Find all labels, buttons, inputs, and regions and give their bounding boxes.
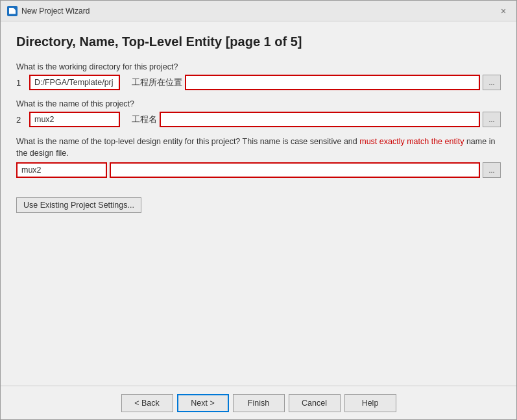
entity-input[interactable] [16, 162, 107, 178]
project-name-input[interactable] [29, 112, 120, 127]
directory-annotation-group: 工程所在位置 [126, 77, 182, 88]
directory-label: What is the working directory for this p… [16, 62, 501, 71]
name-annotation: 工程名 [132, 114, 157, 125]
title-bar: New Project Wizard × [1, 1, 516, 21]
app-icon-inner [9, 8, 16, 14]
use-existing-settings-button[interactable]: Use Existing Project Settings... [16, 197, 141, 213]
finish-button[interactable]: Finish [233, 394, 285, 412]
name-label: What is the name of this project? [16, 99, 501, 108]
name-full-input[interactable] [160, 112, 480, 127]
step-2-number: 2 [16, 115, 24, 125]
directory-input-row: 1 工程所在位置 ... [16, 75, 501, 90]
directory-section: What is the working directory for this p… [16, 62, 501, 90]
directory-input[interactable] [29, 75, 120, 90]
entity-desc-prefix: What is the name of the top-level design… [16, 137, 357, 146]
next-button[interactable]: Next > [177, 394, 229, 412]
step-1-number: 1 [16, 78, 24, 88]
name-input-row: 2 工程名 ... [16, 112, 501, 127]
back-button[interactable]: < Back [121, 394, 173, 412]
entity-desc-red: must exactly match the entity [359, 137, 464, 146]
title-bar-left: New Project Wizard [7, 6, 90, 16]
dialog-content: Directory, Name, Top-Level Entity [page … [1, 21, 516, 386]
name-browse-button[interactable]: ... [483, 112, 501, 127]
page-title: Directory, Name, Top-Level Entity [page … [16, 34, 501, 49]
entity-input-row: ... [16, 162, 501, 178]
directory-full-input[interactable] [185, 75, 480, 90]
entity-section: What is the name of the top-level design… [16, 136, 501, 178]
cancel-button[interactable]: Cancel [289, 394, 341, 412]
title-bar-text: New Project Wizard [21, 6, 90, 16]
entity-full-input[interactable] [110, 162, 480, 178]
help-button[interactable]: Help [344, 394, 396, 412]
app-icon [7, 6, 18, 16]
new-project-wizard-dialog: New Project Wizard × Directory, Name, To… [0, 0, 517, 420]
directory-annotation: 工程所在位置 [132, 77, 182, 88]
entity-description: What is the name of the top-level design… [16, 136, 501, 159]
entity-browse-button[interactable]: ... [483, 162, 501, 178]
close-button[interactable]: × [497, 5, 510, 18]
dialog-footer: < Back Next > Finish Cancel Help [1, 386, 516, 419]
name-section: What is the name of this project? 2 工程名 … [16, 99, 501, 127]
directory-browse-button[interactable]: ... [483, 75, 501, 90]
name-annotation-group: 工程名 [126, 114, 157, 125]
